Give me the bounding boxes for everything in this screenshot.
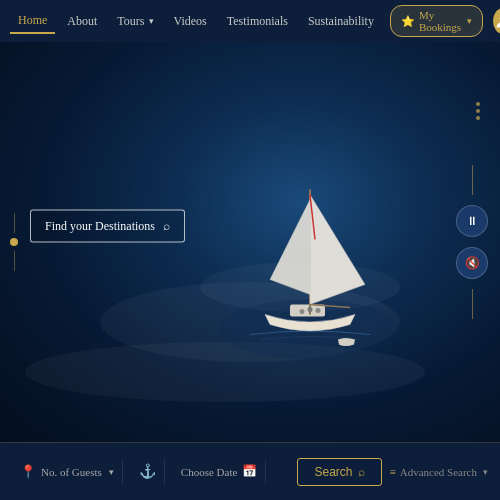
left-slider	[10, 213, 18, 271]
right-side-dots	[476, 102, 480, 120]
search-label: Search	[314, 465, 352, 479]
svg-point-7	[308, 307, 313, 312]
pause-button[interactable]: ⏸	[456, 205, 488, 237]
bookings-chevron-icon: ▾	[467, 16, 472, 26]
user-avatar[interactable]	[493, 8, 500, 34]
advanced-search-button[interactable]: ≡ Advanced Search ▾	[390, 466, 489, 478]
ctrl-line-top	[472, 165, 473, 195]
search-icon: ⌕	[358, 465, 365, 479]
slider-line-top	[14, 213, 15, 233]
nav-item-tours[interactable]: Tours ▾	[109, 10, 161, 33]
navbar: Home About Tours ▾ Videos Testimonials S…	[0, 0, 500, 42]
find-dest-label: Find your Destinations	[45, 219, 155, 234]
side-dot-3	[476, 116, 480, 120]
bookings-star-icon: ⭐	[401, 15, 415, 28]
svg-point-8	[316, 308, 321, 313]
nav-item-about[interactable]: About	[59, 10, 105, 33]
bookings-label: My Bookings	[419, 9, 461, 33]
svg-point-6	[300, 309, 305, 314]
guests-chevron-icon: ▾	[109, 467, 114, 477]
sailboat-svg	[210, 130, 410, 390]
date-selector[interactable]: Choose Date 📅	[173, 460, 267, 483]
mute-button[interactable]: 🔇	[456, 247, 488, 279]
sailboat-image	[210, 130, 410, 380]
playback-controls: ⏸ 🔇	[456, 165, 488, 319]
adv-search-icon: ≡	[390, 466, 396, 478]
side-dot-1	[476, 102, 480, 106]
slider-handle	[10, 238, 18, 246]
find-dest-search-icon: ⌕	[163, 219, 170, 234]
ctrl-line-bottom	[472, 289, 473, 319]
find-destinations-button[interactable]: Find your Destinations ⌕	[30, 210, 185, 243]
guests-label: No. of Guests	[41, 466, 102, 478]
adv-search-label: Advanced Search	[400, 466, 477, 478]
adv-search-chevron-icon: ▾	[483, 467, 488, 477]
location-pin-icon: 📍	[20, 464, 36, 480]
mute-icon: 🔇	[465, 256, 480, 271]
slider-line-bottom	[14, 251, 15, 271]
hero-section: Find your Destinations ⌕ ⏸ 🔇	[0, 42, 500, 442]
date-label: Choose Date	[181, 466, 238, 478]
pax-icon-container: ⚓	[131, 459, 165, 484]
search-button[interactable]: Search ⌕	[297, 458, 381, 486]
calendar-icon: 📅	[242, 464, 257, 479]
tours-chevron-icon: ▾	[149, 16, 154, 26]
my-bookings-button[interactable]: ⭐ My Bookings ▾	[390, 5, 483, 37]
user-icon	[495, 13, 500, 29]
guests-selector[interactable]: 📍 No. of Guests ▾	[12, 460, 123, 484]
search-bar: 📍 No. of Guests ▾ ⚓ Choose Date 📅 Search…	[0, 442, 500, 500]
nav-item-sustainability[interactable]: Sustainability	[300, 10, 382, 33]
pause-icon: ⏸	[466, 214, 478, 229]
nav-item-videos[interactable]: Videos	[166, 10, 215, 33]
pax-icon: ⚓	[139, 463, 156, 480]
nav-item-home[interactable]: Home	[10, 9, 55, 34]
nav-item-testimonials[interactable]: Testimonials	[219, 10, 296, 33]
side-dot-2	[476, 109, 480, 113]
